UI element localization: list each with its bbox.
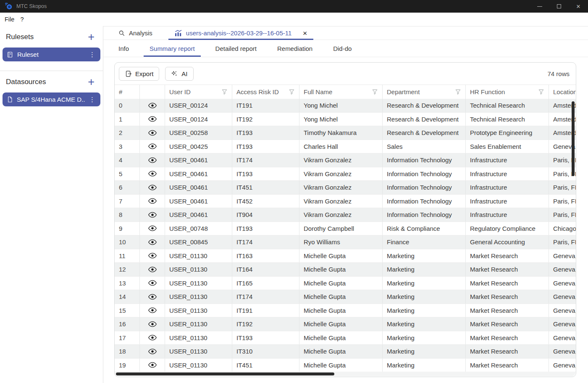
row-index: 7 (115, 195, 140, 208)
kebab-menu-icon[interactable]: ⋮ (89, 96, 95, 103)
cell-location: Geneva, (549, 263, 576, 276)
maximize-icon (557, 4, 561, 8)
vertical-scrollbar-thumb[interactable] (572, 101, 575, 176)
horizontal-scrollbar-thumb[interactable] (116, 372, 334, 375)
add-ruleset-button[interactable]: + (88, 33, 94, 41)
column-label: Full Name (304, 88, 332, 95)
filter-icon[interactable] (455, 89, 461, 95)
cell-user-id: USER_00461 (165, 153, 232, 167)
export-button[interactable]: Export (119, 67, 159, 81)
view-row-button[interactable] (140, 140, 165, 153)
view-row-button[interactable] (140, 304, 165, 317)
datasources-section-header: Datasources + (0, 71, 103, 90)
row-index: 5 (115, 167, 140, 181)
filter-icon[interactable] (538, 89, 544, 95)
column-header-hr-function: HR Function (466, 85, 549, 99)
table-row: 9USER_00748IT193Dorothy CampbellRisk & C… (115, 222, 576, 236)
menu-file[interactable]: File (2, 16, 17, 23)
cell-full-name: Michelle Gupta (299, 304, 383, 317)
cell-access-risk-id: IT165 (232, 277, 299, 290)
view-row-button[interactable] (140, 317, 165, 331)
view-row-button[interactable] (140, 331, 165, 345)
minimize-button[interactable] (530, 0, 549, 13)
window-controls: ✕ (530, 0, 588, 13)
cell-full-name: Vikram Gonzalez (299, 195, 383, 208)
sidebar-item-ruleset[interactable]: Ruleset ⋮ (3, 48, 100, 61)
tab-analysis[interactable]: Analysis (113, 26, 158, 40)
filter-icon[interactable] (289, 89, 295, 95)
app-body: Rulesets + Ruleset ⋮ Datasources + (0, 26, 588, 383)
cell-access-risk-id: IT191 (232, 304, 299, 317)
cell-access-risk-id: IT174 (232, 290, 299, 304)
cell-department: Marketing (383, 331, 466, 345)
view-row-button[interactable] (140, 167, 165, 181)
table-row: 15USER_01130IT191Michelle GuptaMarketing… (115, 304, 576, 318)
cell-access-risk-id: IT191 (232, 99, 299, 112)
cell-department: Marketing (383, 249, 466, 263)
cell-user-id: USER_01130 (165, 249, 232, 263)
table-body: 0USER_00124IT191Yong MichelResearch & De… (115, 99, 576, 372)
add-datasource-button[interactable]: + (88, 78, 94, 86)
maximize-button[interactable] (549, 0, 569, 13)
menu-help[interactable]: ? (17, 16, 26, 23)
subtab-label: Summary report (150, 45, 195, 52)
view-row-button[interactable] (140, 126, 165, 140)
ai-button[interactable]: AI (165, 67, 193, 81)
cell-full-name: Michelle Gupta (299, 277, 383, 290)
cell-location: Paris, FR (549, 181, 576, 194)
cell-access-risk-id: IT193 (232, 126, 299, 140)
view-row-button[interactable] (140, 99, 165, 112)
view-row-button[interactable] (140, 153, 165, 167)
cell-full-name: Charles Hall (299, 140, 383, 153)
subtab-detailed-report[interactable]: Detailed report (210, 40, 262, 57)
subtab-remediation[interactable]: Remediation (271, 40, 318, 57)
view-row-button[interactable] (140, 290, 165, 304)
view-row-button[interactable] (140, 263, 165, 276)
view-row-button[interactable] (140, 277, 165, 290)
tab-users-analysis[interactable]: users-analysis--2026-03-29--16-05-11 ✕ (168, 26, 313, 40)
filter-icon[interactable] (221, 89, 228, 95)
row-index: 18 (115, 345, 140, 358)
cell-department: Marketing (383, 359, 466, 372)
row-index: 9 (115, 222, 140, 235)
cell-access-risk-id: IT193 (232, 140, 299, 153)
view-row-button[interactable] (140, 249, 165, 263)
cell-full-name: Ryo Williams (299, 235, 383, 249)
horizontal-scrollbar-track[interactable] (115, 372, 575, 376)
view-row-button[interactable] (140, 195, 165, 208)
view-row-button[interactable] (140, 181, 165, 194)
row-index: 3 (115, 140, 140, 153)
tab-label: users-analysis--2026-03-29--16-05-11 (186, 29, 292, 37)
eye-icon (148, 239, 157, 245)
cell-location: Geneva, (549, 249, 576, 263)
subtab-info[interactable]: Info (113, 40, 135, 57)
table-row: 19USER_01130IT451Michelle GuptaMarketing… (115, 359, 576, 372)
cell-hr-function: Technical Research (466, 113, 549, 126)
view-row-button[interactable] (140, 345, 165, 358)
app-logo-icon (5, 3, 13, 10)
close-tab-icon[interactable]: ✕ (302, 30, 307, 37)
cell-access-risk-id: IT193 (232, 167, 299, 181)
cell-hr-function: Market Research (466, 304, 549, 317)
subtab-label: Detailed report (215, 45, 257, 52)
view-row-button[interactable] (140, 235, 165, 249)
cell-access-risk-id: IT163 (232, 249, 299, 263)
view-row-button[interactable] (140, 222, 165, 235)
table-row: 14USER_01130IT174Michelle GuptaMarketing… (115, 290, 576, 304)
view-row-button[interactable] (140, 113, 165, 126)
cell-department: Finance (383, 235, 466, 249)
subtab-summary-report[interactable]: Summary report (144, 40, 201, 57)
subtab-did-do[interactable]: Did-do (327, 40, 357, 57)
close-window-button[interactable]: ✕ (569, 0, 588, 13)
close-icon: ✕ (576, 3, 581, 10)
cell-hr-function: Market Research (466, 249, 549, 263)
view-row-button[interactable] (140, 208, 165, 222)
kebab-menu-icon[interactable]: ⋮ (89, 51, 95, 58)
chart-icon (174, 30, 182, 37)
cell-hr-function: Market Research (466, 317, 549, 331)
view-row-button[interactable] (140, 359, 165, 372)
filter-icon[interactable] (372, 89, 378, 95)
cell-access-risk-id: IT193 (232, 222, 299, 235)
cell-full-name: Michelle Gupta (299, 317, 383, 331)
sidebar-item-datasource[interactable]: SAP S/4Hana ACME D... ⋮ (3, 92, 100, 106)
